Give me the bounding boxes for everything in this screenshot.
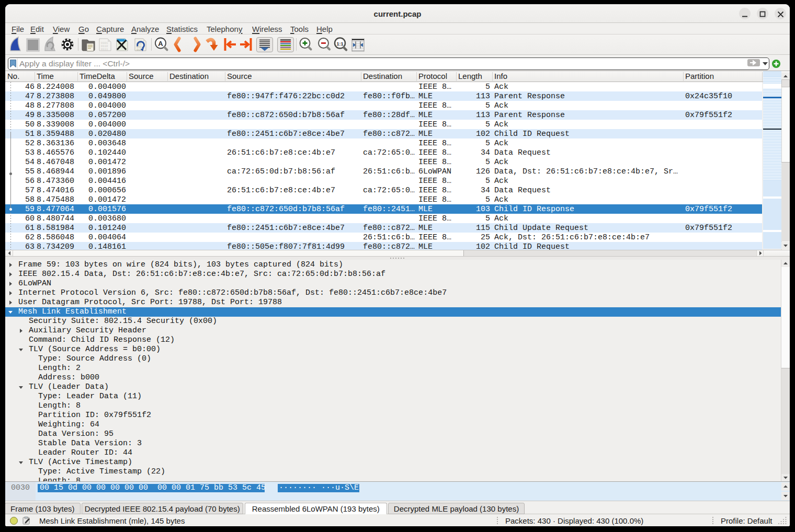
svg-text:011: 011	[137, 48, 142, 52]
svg-text:A: A	[158, 40, 163, 48]
svg-text:0111: 0111	[101, 48, 108, 51]
svg-text:1:1: 1:1	[336, 41, 343, 47]
